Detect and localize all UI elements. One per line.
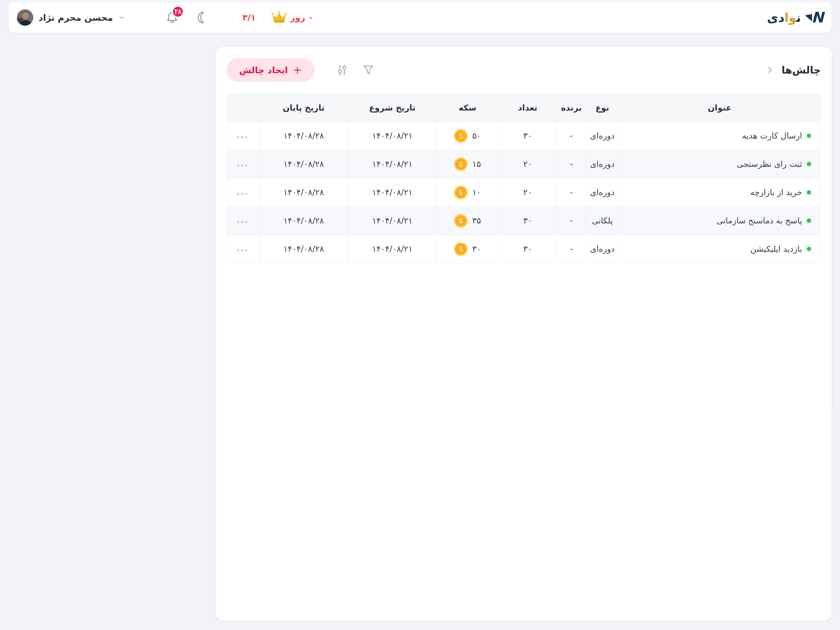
page-title: چالش‌ها: [782, 64, 821, 76]
coin-icon: $: [454, 129, 467, 143]
challenge-title: خرید از بازارچه: [750, 188, 802, 197]
column-header-actions: [226, 94, 259, 122]
people-icon: [224, 11, 239, 24]
challenge-title: ثبت رای نظرسنجی: [737, 159, 802, 169]
create-challenge-button[interactable]: + ایجاد چالش: [226, 58, 315, 82]
app-logo[interactable]: N نوادی: [767, 10, 823, 25]
challenge-winner: -: [557, 122, 586, 150]
logo-mark-icon: N: [805, 10, 823, 25]
coin-icon: $: [454, 158, 467, 171]
filter-button[interactable]: [362, 63, 375, 76]
row-actions-button[interactable]: [234, 162, 250, 169]
table-row[interactable]: بازدید اپلیکیشندوره‌ای-۳۰۳۰$۱۴۰۴/۰۸/۲۱۱۴…: [226, 235, 821, 263]
table-row[interactable]: خرید از بازارچهدوره‌ای-۲۰۱۰$۱۴۰۴/۰۸/۲۱۱۴…: [226, 178, 821, 207]
main-header: چالش‌ها: [226, 58, 821, 82]
challenge-winner: -: [557, 207, 586, 235]
logo-part: ن: [796, 11, 801, 25]
start-date: ۱۴۰۴/۰۸/۲۱: [348, 122, 437, 150]
row-actions-button[interactable]: [234, 133, 250, 141]
row-actions-button[interactable]: [234, 246, 250, 254]
challenge-count: ۳۰: [499, 122, 557, 150]
challenge-type: دوره‌ای: [586, 235, 619, 263]
funnel-icon: [362, 63, 375, 76]
start-date: ۱۴۰۴/۰۸/۲۱: [348, 235, 437, 263]
chevron-down-icon: [118, 14, 126, 21]
start-date: ۱۴۰۴/۰۸/۲۱: [348, 207, 437, 235]
challenge-winner: -: [557, 150, 586, 178]
challenge-type: پلکانی: [586, 207, 619, 235]
coin-value: ۳۵: [472, 216, 481, 226]
subscription-days-indicator[interactable]: ۰ روز: [272, 11, 313, 24]
start-date: ۱۴۰۴/۰۸/۲۱: [348, 178, 437, 207]
plus-icon: +: [293, 65, 302, 75]
coin-value: ۳۰: [472, 244, 481, 254]
table-settings-button[interactable]: [336, 63, 349, 76]
team-ratio-label: ۳/۱: [242, 13, 256, 22]
challenge-type: دوره‌ای: [586, 178, 619, 207]
table-row[interactable]: ثبت رای نظرسنجیدوره‌ای-۲۰۱۵$۱۴۰۴/۰۸/۲۱۱۴…: [226, 150, 821, 178]
row-actions-button[interactable]: [234, 218, 250, 226]
challenge-winner: -: [557, 235, 586, 263]
column-header: عنوان: [619, 94, 821, 122]
column-header: تاریخ پایان: [259, 94, 348, 122]
logo-wordmark: نوادی: [767, 11, 801, 25]
start-date: ۱۴۰۴/۰۸/۲۱: [348, 150, 437, 178]
coin-value: ۵۰: [472, 131, 481, 141]
end-date: ۱۴۰۴/۰۸/۲۸: [259, 178, 348, 207]
coin-icon: $: [454, 214, 467, 227]
challenge-count: ۳۰: [499, 207, 557, 235]
challenge-count: ۳۰: [499, 235, 557, 263]
topbar: N نوادی ۰ روز ۳/۱: [9, 2, 831, 33]
status-dot: [807, 218, 811, 223]
challenge-title: ارسال کارت هدیه: [742, 131, 802, 141]
create-challenge-label: ایجاد چالش: [239, 65, 288, 75]
column-header: سکه: [437, 94, 499, 122]
avatar: [17, 9, 33, 26]
crown-icon: [272, 11, 287, 24]
column-header: نوع: [586, 94, 619, 122]
challenges-table: عنواننوعبرندهتعدادسکهتاریخ شروعتاریخ پای…: [226, 94, 821, 264]
end-date: ۱۴۰۴/۰۸/۲۸: [259, 235, 348, 263]
table-row[interactable]: پاسخ به دماسنج سازمانیپلکانی-۳۰۳۵$۱۴۰۴/۰…: [226, 207, 821, 235]
end-date: ۱۴۰۴/۰۸/۲۸: [259, 150, 348, 178]
admin-dashboard-screen: N نوادی ۰ روز ۳/۱: [0, 0, 840, 630]
coin-icon: $: [454, 186, 467, 199]
challenge-type: دوره‌ای: [586, 122, 619, 150]
back-chevron-icon[interactable]: [765, 66, 774, 74]
challenge-title: بازدید اپلیکیشن: [750, 244, 802, 254]
end-date: ۱۴۰۴/۰۸/۲۸: [259, 122, 348, 150]
status-dot: [807, 134, 811, 138]
column-header: تاریخ شروع: [348, 94, 437, 122]
status-dot: [807, 190, 811, 194]
coin-value: ۱۰: [472, 188, 481, 197]
row-actions-button[interactable]: [234, 190, 250, 198]
user-menu[interactable]: محسن محرم نژاد: [17, 9, 126, 26]
table-tools: + ایجاد چالش: [226, 58, 375, 82]
team-ratio-indicator[interactable]: ۳/۱: [224, 11, 256, 24]
coin-icon: $: [454, 242, 467, 256]
end-date: ۱۴۰۴/۰۸/۲۸: [259, 207, 348, 235]
challenge-count: ۲۰: [499, 178, 557, 207]
topbar-right-cluster: ۰ روز ۳/۱: [17, 9, 313, 26]
challenge-type: دوره‌ای: [586, 150, 619, 178]
challenge-title: پاسخ به دماسنج سازمانی: [716, 216, 802, 226]
column-header: تعداد: [499, 94, 557, 122]
table-header-row: عنواننوعبرندهتعدادسکهتاریخ شروعتاریخ پای…: [226, 94, 821, 122]
coin-value: ۱۵: [472, 159, 481, 169]
sliders-icon: [336, 63, 349, 76]
notifications-button[interactable]: ۲۸: [165, 10, 179, 25]
logo-part: دی: [767, 11, 784, 25]
status-dot: [807, 247, 811, 251]
moon-icon: [195, 11, 208, 24]
table-row[interactable]: ارسال کارت هدیهدوره‌ای-۳۰۵۰$۱۴۰۴/۰۸/۲۱۱۴…: [226, 122, 821, 150]
main-panel: چالش‌ها: [216, 47, 831, 621]
subscription-days-label: ۰ روز: [290, 13, 313, 22]
challenge-winner: -: [557, 178, 586, 207]
user-name: محسن محرم نژاد: [38, 13, 113, 23]
challenge-count: ۲۰: [499, 150, 557, 178]
column-header: برنده: [557, 94, 586, 122]
logo-part: وا: [784, 11, 796, 25]
notification-count-badge: ۲۸: [172, 6, 184, 18]
status-dot: [807, 162, 811, 166]
dark-mode-toggle[interactable]: [195, 11, 208, 24]
